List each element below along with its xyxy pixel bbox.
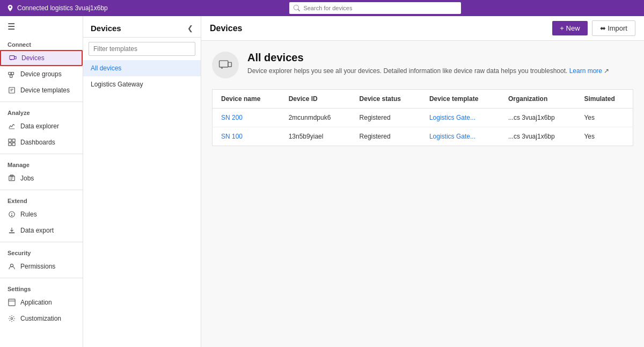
main-layout: ☰ Connect Devices Device groups Device t… <box>0 16 644 347</box>
table-row: SN 200 2mcunmdpuk6 Registered Logistics … <box>213 109 633 127</box>
second-panel-header: Devices ❮ <box>83 16 201 38</box>
sidebar-item-device-templates[interactable]: Device templates <box>0 82 83 98</box>
sidebar-item-devices[interactable]: Devices <box>0 50 83 66</box>
svg-point-20 <box>11 215 12 215</box>
second-panel: Devices ❮ All devices Logistics Gateway <box>83 16 201 347</box>
col-device-status: Device status <box>351 90 421 109</box>
import-button[interactable]: ⬌ Import <box>592 20 635 36</box>
all-devices-title: All devices <box>247 52 609 64</box>
svg-rect-10 <box>9 139 11 142</box>
svg-rect-9 <box>9 128 15 129</box>
data-explorer-icon <box>8 122 16 131</box>
devices-icon <box>9 54 17 62</box>
sidebar-label-application: Application <box>20 299 52 306</box>
device-icon <box>218 58 232 72</box>
cell-device-id: 13n5b9yiael <box>280 127 351 146</box>
devices-table: Device name Device ID Device status Devi… <box>212 89 633 146</box>
svg-rect-27 <box>228 62 232 67</box>
customization-icon <box>8 314 16 323</box>
sidebar-label-data-explorer: Data explorer <box>20 122 59 130</box>
col-device-name: Device name <box>213 90 280 109</box>
divider-2 <box>0 154 83 154</box>
rules-icon <box>8 210 16 219</box>
section-settings: Settings <box>0 281 83 294</box>
sidebar-item-device-groups[interactable]: Device groups <box>0 66 83 82</box>
section-extend: Extend <box>0 193 83 206</box>
table-row: SN 100 13n5b9yiael Registered Logistics … <box>213 127 633 146</box>
cell-organization: ...cs 3vuaj1x6bp <box>500 109 575 127</box>
sidebar-item-data-explorer[interactable]: Data explorer <box>0 118 83 134</box>
learn-more-link[interactable]: Learn more <box>569 67 602 75</box>
data-export-icon <box>8 226 16 235</box>
sidebar-item-application[interactable]: Application <box>0 294 83 310</box>
content-toolbar: Devices + New ⬌ Import <box>201 16 644 41</box>
col-device-template: Device template <box>421 90 500 109</box>
svg-rect-3 <box>9 73 11 75</box>
search-input[interactable] <box>303 5 457 11</box>
cell-organization: ...cs 3vuaj1x6bp <box>500 127 575 146</box>
svg-point-25 <box>11 317 13 320</box>
sidebar-item-dashboards[interactable]: Dashboards <box>0 134 83 150</box>
sidebar-label-device-templates: Device templates <box>20 86 70 94</box>
search-icon <box>294 5 300 11</box>
app-logo: Connected logistics 3vuaj1x6bp <box>6 4 108 12</box>
filter-templates-input[interactable] <box>89 42 195 56</box>
hamburger-button[interactable]: ☰ <box>0 16 83 37</box>
sidebar-item-jobs[interactable]: Jobs <box>0 170 83 186</box>
section-manage: Manage <box>0 157 83 170</box>
svg-rect-4 <box>11 73 13 75</box>
new-button[interactable]: + New <box>552 21 587 35</box>
svg-rect-5 <box>10 75 12 77</box>
desc-highlight1: helps you see all your devices. Detailed… <box>294 67 499 75</box>
table-body: SN 200 2mcunmdpuk6 Registered Logistics … <box>213 109 633 146</box>
topbar: Connected logistics 3vuaj1x6bp <box>0 0 644 16</box>
svg-rect-13 <box>12 143 15 146</box>
svg-rect-0 <box>10 56 14 60</box>
all-devices-info: All devices Device explorer helps you se… <box>247 52 609 76</box>
section-security: Security <box>0 245 83 258</box>
divider-5 <box>0 278 83 278</box>
logistics-gateway-label: Logistics Gateway <box>91 81 143 88</box>
svg-rect-11 <box>12 139 15 142</box>
sidebar-label-jobs: Jobs <box>20 175 34 182</box>
svg-rect-23 <box>9 299 15 306</box>
cell-device-name[interactable]: SN 100 <box>213 127 280 146</box>
second-panel-item-logistics-gateway[interactable]: Logistics Gateway <box>83 76 201 92</box>
col-simulated: Simulated <box>575 90 633 109</box>
device-icon-box <box>212 52 239 78</box>
breadcrumb: Devices <box>210 24 548 33</box>
sidebar: ☰ Connect Devices Device groups Device t… <box>0 16 83 347</box>
cell-device-template[interactable]: Logistics Gate... <box>421 127 500 146</box>
content-area: Devices + New ⬌ Import All devices Devic… <box>201 16 644 347</box>
cell-simulated: Yes <box>575 109 633 127</box>
divider-1 <box>0 102 83 102</box>
sidebar-label-data-export: Data export <box>20 227 54 234</box>
collapse-button[interactable]: ❮ <box>187 24 193 32</box>
svg-rect-1 <box>14 56 17 59</box>
sidebar-label-customization: Customization <box>20 315 61 322</box>
sidebar-label-dashboards: Dashboards <box>20 139 55 146</box>
sidebar-label-permissions: Permissions <box>20 263 55 270</box>
sidebar-label-device-groups: Device groups <box>20 70 62 78</box>
location-icon <box>6 4 14 12</box>
second-panel-title: Devices <box>91 24 121 33</box>
search-box[interactable] <box>289 2 461 14</box>
divider-4 <box>0 242 83 242</box>
application-icon <box>8 298 16 307</box>
second-panel-item-all-devices[interactable]: All devices <box>83 60 201 76</box>
sidebar-item-customization[interactable]: Customization <box>0 310 83 327</box>
section-analyze: Analyze <box>0 105 83 118</box>
sidebar-item-rules[interactable]: Rules <box>0 206 83 222</box>
cell-device-template[interactable]: Logistics Gate... <box>421 109 500 127</box>
cell-device-name[interactable]: SN 200 <box>213 109 280 127</box>
sidebar-item-permissions[interactable]: Permissions <box>0 258 83 274</box>
dashboards-icon <box>8 138 16 147</box>
sidebar-item-data-export[interactable]: Data export <box>0 222 83 238</box>
divider-3 <box>0 190 83 190</box>
cell-device-status: Registered <box>351 109 421 127</box>
col-organization: Organization <box>500 90 575 109</box>
cell-device-id: 2mcunmdpuk6 <box>280 109 351 127</box>
device-templates-icon <box>8 86 16 95</box>
svg-rect-6 <box>9 88 15 93</box>
all-devices-desc: Device explorer helps you see all your d… <box>247 66 609 76</box>
